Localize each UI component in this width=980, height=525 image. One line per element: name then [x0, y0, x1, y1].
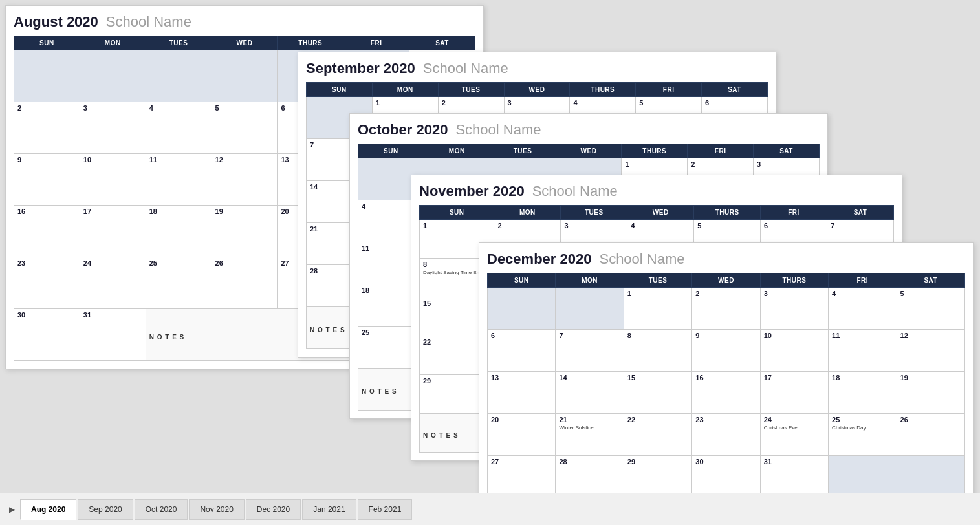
- event-label: Christmas Day: [832, 425, 893, 431]
- table-row: 28: [556, 456, 624, 493]
- sep-hdr-tue: TUES: [438, 83, 504, 97]
- aug-hdr-sun: SUN: [14, 36, 80, 50]
- table-row: 29: [624, 456, 691, 493]
- nov-hdr-mon: MON: [494, 206, 561, 220]
- oct-hdr-tue: TUES: [490, 144, 556, 158]
- oct-hdr-sat: SAT: [754, 144, 820, 158]
- nov-hdr-tue: TUES: [561, 206, 627, 220]
- table-row: 3: [760, 288, 828, 330]
- table-row: 5: [897, 288, 964, 330]
- table-row: 6: [488, 330, 556, 372]
- table-row: 5: [212, 102, 278, 154]
- table-row: 12: [212, 154, 278, 206]
- sep-hdr-wed: WED: [504, 83, 570, 97]
- table-row: 13: [488, 372, 556, 414]
- table-row: 18: [829, 372, 897, 414]
- aug-hdr-thu: THURS: [278, 36, 343, 50]
- tab-feb-2021[interactable]: Feb 2021: [358, 499, 413, 520]
- table-row: 24: [80, 257, 146, 309]
- table-row: 16: [14, 206, 80, 257]
- dec-school-name: School Name: [599, 251, 684, 268]
- oct-hdr-wed: WED: [556, 144, 622, 158]
- table-row: 7: [556, 330, 624, 372]
- aug-hdr-fri: FRI: [343, 36, 409, 50]
- table-row: 30: [692, 456, 760, 493]
- oct-hdr-thu: THURS: [622, 144, 688, 158]
- table-row: 14: [556, 372, 624, 414]
- table-row: 2: [14, 102, 80, 154]
- table-row: [80, 50, 146, 102]
- aug-month-title: August 2020: [14, 14, 98, 30]
- dec-hdr-mon: MON: [556, 273, 624, 288]
- table-row: 17: [80, 206, 146, 257]
- table-row: 9: [14, 154, 80, 206]
- tab-jan-2021[interactable]: Jan 2021: [302, 499, 356, 520]
- table-row: [488, 288, 556, 330]
- nov-hdr-fri: FRI: [761, 206, 827, 220]
- table-row: 1: [624, 288, 691, 330]
- aug-school-name: School Name: [106, 14, 191, 30]
- tab-oct-2020[interactable]: Oct 2020: [135, 499, 188, 520]
- tab-nov-2020[interactable]: Nov 2020: [189, 499, 244, 520]
- table-row: 3: [80, 102, 146, 154]
- table-row: [146, 50, 212, 102]
- aug-hdr-tue: TUES: [146, 36, 212, 50]
- dec-hdr-sun: SUN: [488, 273, 556, 288]
- nov-hdr-sat: SAT: [827, 206, 894, 220]
- dec-hdr-thu: THURS: [760, 273, 828, 288]
- table-row: 11: [829, 330, 897, 372]
- dec-hdr-wed: WED: [692, 273, 760, 288]
- table-row: 23: [14, 257, 80, 309]
- nov-hdr-wed: WED: [627, 206, 694, 220]
- table-row: 8: [624, 330, 691, 372]
- table-row: [14, 50, 80, 102]
- table-row: 4: [146, 102, 212, 154]
- table-row: 4: [829, 288, 897, 330]
- table-row: 10: [80, 154, 146, 206]
- nov-school-name: School Name: [532, 183, 618, 200]
- oct-school-name: School Name: [455, 122, 541, 138]
- table-row: 16: [692, 372, 760, 414]
- table-row: 20: [488, 414, 556, 456]
- table-row: 26: [897, 414, 964, 456]
- event-label: Winter Solstice: [559, 425, 620, 431]
- december-calendar: December 2020 School Name SUN MON TUES W…: [479, 242, 974, 493]
- dec-hdr-sat: SAT: [897, 273, 964, 288]
- table-row: 26: [212, 257, 278, 309]
- nov-hdr-thu: THURS: [694, 206, 761, 220]
- table-row: 21Winter Solstice: [556, 414, 624, 456]
- oct-hdr-mon: MON: [424, 144, 490, 158]
- table-row: 25: [146, 257, 212, 309]
- nov-hdr-sun: SUN: [420, 206, 494, 220]
- table-row: 25Christmas Day: [829, 414, 897, 456]
- tab-dec-2020[interactable]: Dec 2020: [246, 499, 301, 520]
- tab-scroll-left[interactable]: ▶: [5, 505, 19, 514]
- oct-hdr-fri: FRI: [688, 144, 754, 158]
- table-row: [212, 50, 278, 102]
- dec-hdr-fri: FRI: [829, 273, 897, 288]
- table-row: 18: [146, 206, 212, 257]
- oct-month-title: October 2020: [358, 122, 448, 138]
- main-area: August 2020 School Name SUN MON TUES WED…: [0, 0, 980, 493]
- tab-sep-2020[interactable]: Sep 2020: [78, 499, 133, 520]
- table-row: 31: [80, 309, 146, 361]
- taskbar: ▶ Aug 2020 Sep 2020 Oct 2020 Nov 2020 De…: [0, 493, 980, 525]
- table-row: 27: [488, 456, 556, 493]
- event-label: Christmas Eve: [764, 425, 825, 431]
- aug-hdr-sat: SAT: [409, 36, 475, 50]
- sep-hdr-thu: THURS: [570, 83, 636, 97]
- table-row: 10: [760, 330, 828, 372]
- table-row: 11: [146, 154, 212, 206]
- table-row: 19: [212, 206, 278, 257]
- tab-aug-2020[interactable]: Aug 2020: [20, 499, 76, 520]
- aug-hdr-wed: WED: [212, 36, 278, 50]
- nov-month-title: November 2020: [419, 183, 525, 200]
- table-row: 31: [760, 456, 828, 493]
- table-row: 23: [692, 414, 760, 456]
- table-row: [829, 456, 897, 493]
- dec-hdr-tue: TUES: [624, 273, 691, 288]
- sep-hdr-sun: SUN: [307, 83, 373, 97]
- sep-school-name: School Name: [423, 60, 508, 77]
- table-row: 19: [897, 372, 964, 414]
- table-row: [556, 288, 624, 330]
